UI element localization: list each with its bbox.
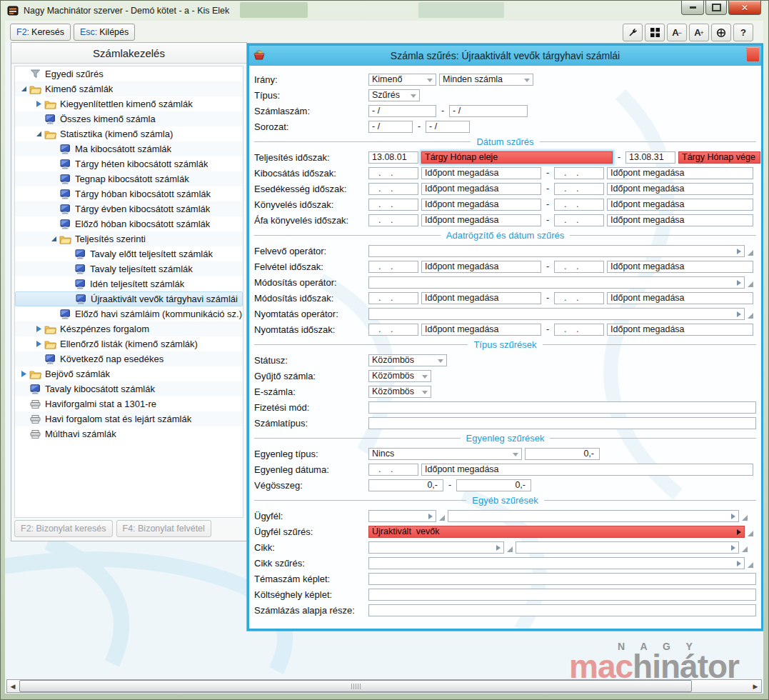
wrench-button[interactable] <box>623 24 643 41</box>
lookup-field[interactable] <box>368 276 745 289</box>
tree-item[interactable]: Összes kimenő számla <box>15 111 243 126</box>
font-larger-button[interactable]: A+ <box>689 24 709 41</box>
resize-grip-icon[interactable] <box>438 514 445 521</box>
lookup-arrow-icon[interactable] <box>496 545 501 551</box>
close-button[interactable]: ✕ <box>728 1 761 15</box>
resize-grip-icon[interactable] <box>747 312 753 319</box>
form-input[interactable]: . . <box>554 324 604 336</box>
form-input[interactable]: Időpont megadása <box>421 199 541 211</box>
form-input[interactable]: . . <box>554 183 604 195</box>
form-input[interactable]: - / <box>426 121 470 133</box>
form-dropdown[interactable]: Közömbös <box>368 354 447 366</box>
scroll-right-arrow[interactable]: ▶ <box>750 680 761 692</box>
expander-icon[interactable] <box>19 86 29 92</box>
lookup-field[interactable] <box>368 308 745 320</box>
form-input[interactable]: . . <box>368 183 418 195</box>
expander-icon[interactable] <box>19 371 29 377</box>
form-input[interactable]: - / <box>368 121 413 133</box>
minimize-button[interactable] <box>681 1 704 15</box>
form-input[interactable]: . . <box>554 199 604 211</box>
form-input[interactable]: 13.08.31 <box>625 151 675 164</box>
lookup-field[interactable] <box>368 541 504 554</box>
lookup-field[interactable] <box>368 557 745 569</box>
globe-button[interactable] <box>711 24 731 41</box>
form-input[interactable] <box>368 604 756 616</box>
form-input[interactable]: . . <box>368 214 418 226</box>
form-input[interactable]: Időpont megadása <box>421 292 541 304</box>
document-add-button[interactable]: F4: Bizonylat felvétel <box>116 520 211 537</box>
tree-item[interactable]: Havi forgalom stat és lejárt számlák <box>15 411 243 426</box>
form-input[interactable]: Időpont megadása <box>421 464 753 476</box>
form-input[interactable]: Időpont megadása <box>421 261 541 273</box>
tree-item[interactable]: Bejövő számlák <box>15 366 243 381</box>
form-input[interactable]: Időpont megadása <box>421 183 541 195</box>
red-filter-lookup-field[interactable]: Újraktivált vevők <box>368 526 745 538</box>
form-input[interactable]: . . <box>554 292 604 304</box>
search-button[interactable]: F2:Keresés <box>10 24 71 41</box>
form-dropdown[interactable]: Szűrés <box>368 89 420 101</box>
tree-item[interactable]: Ma kibocsátott számlák <box>15 141 243 156</box>
expander-icon[interactable] <box>34 101 44 107</box>
form-input[interactable]: . . <box>368 261 418 273</box>
expander-icon[interactable] <box>34 326 44 332</box>
form-input[interactable]: Időpont megadása <box>607 261 753 273</box>
tree-item[interactable]: Készpénzes forgalom <box>15 321 243 336</box>
lookup-arrow-icon[interactable] <box>737 249 741 254</box>
form-input[interactable]: Időpont megadása <box>607 292 753 304</box>
form-input[interactable] <box>368 417 756 429</box>
amount-field[interactable]: 0,- <box>456 479 531 491</box>
expander-icon[interactable] <box>49 236 59 242</box>
maximize-button[interactable] <box>705 1 727 15</box>
tree-item[interactable]: Idén teljesített számlák <box>15 276 243 291</box>
red-filter-field[interactable]: Tárgy Hónap vége <box>678 151 760 164</box>
form-dropdown[interactable]: Közömbös <box>368 386 431 398</box>
form-input[interactable]: . . <box>368 292 418 304</box>
tree-item[interactable]: Tárgy évben kibocsátott számlák <box>15 201 243 216</box>
tree-item[interactable]: Ellenőrző listák (kimenő számlák) <box>15 336 243 351</box>
tree-item[interactable]: Előző havi számláim (kommunikáció sz.) <box>15 306 243 321</box>
form-dropdown[interactable]: Nincs <box>368 448 522 460</box>
form-input[interactable]: Időpont megadása <box>421 167 541 179</box>
tree-item[interactable]: Előző hóban kibocsátott számlák <box>15 216 243 231</box>
amount-field[interactable]: 0,- <box>368 479 443 491</box>
lookup-field[interactable] <box>516 541 739 554</box>
lookup-arrow-icon[interactable] <box>428 514 433 519</box>
form-input[interactable]: Időpont megadása <box>607 167 753 179</box>
form-input[interactable]: . . <box>368 324 418 336</box>
form-input[interactable]: - / <box>449 105 528 117</box>
tree-item[interactable]: Tavaly előtt teljesített számlák <box>15 246 243 261</box>
resize-grip-icon[interactable] <box>741 514 748 521</box>
form-input[interactable]: . . <box>554 167 604 179</box>
form-dropdown[interactable]: Minden számla <box>439 74 533 86</box>
resize-grip-icon[interactable] <box>506 546 513 552</box>
tree-item[interactable]: Haviforgalmi stat a 1301-re <box>15 396 243 411</box>
form-input[interactable]: . . <box>554 261 604 273</box>
form-input[interactable]: Időpont megadása <box>607 183 753 195</box>
expander-icon[interactable] <box>34 341 44 347</box>
lookup-arrow-icon[interactable] <box>737 311 741 317</box>
expander-icon[interactable] <box>34 131 44 137</box>
form-input[interactable]: Időpont megadása <box>607 214 753 226</box>
tree-item[interactable]: Teljesítés szerinti <box>15 231 243 246</box>
lookup-arrow-icon[interactable] <box>737 529 741 535</box>
form-dropdown[interactable]: Közömbös <box>368 370 431 382</box>
tree-item[interactable]: Tavaly kibocsátott számlák <box>15 381 243 396</box>
resize-grip-icon[interactable] <box>747 561 753 568</box>
panel-close-button[interactable] <box>746 46 760 62</box>
tree-item[interactable]: Egyedi szűrés <box>15 66 243 81</box>
scrollbar-thumb[interactable] <box>19 680 692 692</box>
form-input[interactable]: Időpont megadása <box>421 214 541 226</box>
form-input[interactable]: 13.08.01 <box>368 151 418 164</box>
form-input[interactable]: . . <box>368 199 418 211</box>
lookup-field[interactable] <box>448 510 739 522</box>
scroll-left-arrow[interactable]: ◀ <box>7 680 19 692</box>
resize-grip-icon[interactable] <box>747 530 753 536</box>
tree-item[interactable]: Tegnap kibocsátott számlák <box>15 171 243 186</box>
resize-grip-icon[interactable] <box>747 249 753 256</box>
tree-item[interactable]: Kiegyenlítettlen kimenő számlák <box>15 96 243 111</box>
lookup-arrow-icon[interactable] <box>737 561 741 566</box>
resize-grip-icon[interactable] <box>747 281 753 287</box>
form-input[interactable] <box>368 573 756 585</box>
resize-grip-icon[interactable] <box>741 546 748 552</box>
tree-item[interactable]: Kimenő számlák <box>15 81 243 96</box>
